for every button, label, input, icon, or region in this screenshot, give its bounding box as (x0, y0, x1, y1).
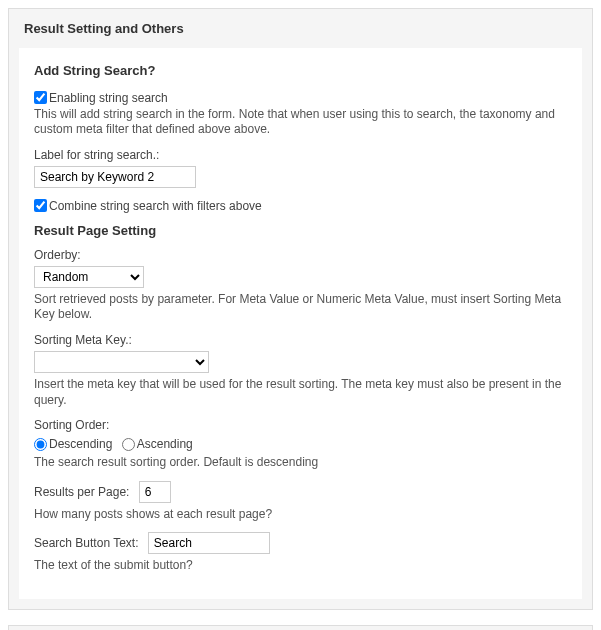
combine-filters-label: Combine string search with filters above (49, 199, 262, 213)
descending-label: Descending (49, 437, 112, 451)
sorting-meta-label: Sorting Meta Key.: (34, 333, 567, 347)
results-per-page-label: Results per Page: (34, 485, 129, 499)
enable-string-search-checkbox[interactable] (34, 91, 47, 104)
sorting-meta-select[interactable] (34, 351, 209, 373)
sorting-order-help: The search result sorting order. Default… (34, 455, 567, 471)
result-settings-header: Result Setting and Others (9, 9, 592, 48)
result-page-setting-heading: Result Page Setting (34, 223, 567, 238)
orderby-help: Sort retrieved posts by parameter. For M… (34, 292, 567, 323)
ascending-radio[interactable] (122, 438, 135, 451)
search-button-text-help: The text of the submit button? (34, 558, 567, 574)
combine-filters-checkbox[interactable] (34, 199, 47, 212)
descending-radio[interactable] (34, 438, 47, 451)
result-settings-panel: Result Setting and Others Add String Sea… (8, 8, 593, 610)
string-search-label-input[interactable] (34, 166, 196, 188)
enable-string-search-label: Enabling string search (49, 91, 168, 105)
result-settings-body: Add String Search? Enabling string searc… (19, 48, 582, 599)
orderby-label: Orderby: (34, 248, 567, 262)
sorting-order-label: Sorting Order: (34, 418, 567, 432)
add-string-search-heading: Add String Search? (34, 63, 567, 78)
forms-theme-header: Form's Theme (9, 626, 592, 630)
sorting-meta-help: Insert the meta key that will be used fo… (34, 377, 567, 408)
results-per-page-input[interactable] (139, 481, 171, 503)
ascending-label: Ascending (137, 437, 193, 451)
orderby-select[interactable]: Random (34, 266, 144, 288)
enable-string-search-help: This will add string search in the form.… (34, 107, 567, 138)
string-search-label-text: Label for string search.: (34, 148, 567, 162)
results-per-page-help: How many posts shows at each result page… (34, 507, 567, 523)
forms-theme-panel: Form's Theme Default Theme Preview (8, 625, 593, 630)
search-button-text-label: Search Button Text: (34, 536, 139, 550)
search-button-text-input[interactable] (148, 532, 270, 554)
